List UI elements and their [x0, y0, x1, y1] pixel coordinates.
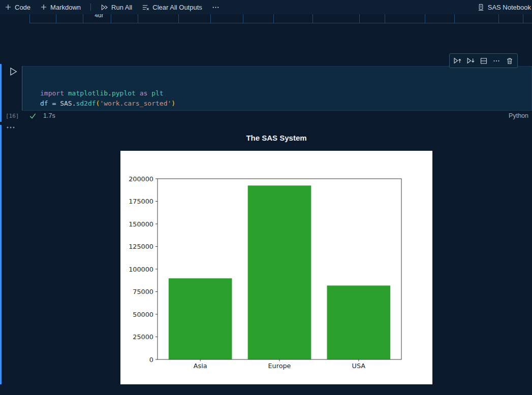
x-tick-label: USA — [352, 362, 366, 370]
notebook-toolbar: Code Markdown Run All Clear All Outputs — [0, 0, 532, 14]
y-tick-label: 125000 — [129, 243, 153, 250]
y-tick-label: 0 — [149, 356, 153, 364]
code-token: plt — [60, 109, 72, 111]
execute-below-button[interactable] — [466, 56, 475, 65]
table-column-border — [385, 13, 385, 23]
y-tick-label: 25000 — [133, 333, 153, 341]
code-token: ) — [187, 109, 192, 111]
success-check-icon — [29, 112, 37, 120]
code-token: df — [147, 109, 155, 111]
kernel-picker-button[interactable]: SAS Notebook — [477, 4, 531, 11]
execution-count: [16] — [6, 113, 19, 119]
table-column-border — [178, 13, 179, 23]
code-token: 'work.cars_sorted' — [100, 100, 171, 107]
clear-all-outputs-label: Clear All Outputs — [152, 4, 202, 11]
chart-bar — [327, 285, 391, 359]
code-line[interactable]: import matplotlib.pyplot as plt — [40, 88, 531, 98]
execution-duration: 1.7s — [43, 112, 55, 119]
table-column-border — [425, 13, 425, 23]
code-token — [136, 89, 140, 97]
table-column-border — [359, 13, 360, 23]
y-tick-label: 100000 — [129, 266, 153, 273]
code-token: df — [92, 109, 100, 111]
plus-icon — [5, 4, 12, 11]
add-code-button[interactable]: Code — [5, 4, 30, 11]
code-token: ] — [183, 109, 187, 111]
code-token: matplotlib — [68, 89, 108, 97]
run-all-label: Run All — [111, 4, 132, 11]
cell-toolbar — [449, 53, 518, 68]
code-token: . — [108, 89, 112, 97]
add-markdown-label: Markdown — [50, 4, 81, 11]
code-token: ax — [40, 109, 48, 111]
y-tick-label: 75000 — [133, 288, 153, 295]
y-tick-label: 50000 — [133, 311, 153, 318]
code-line[interactable]: df = SAS.sd2df('work.cars_sorted') — [40, 98, 531, 109]
code-token: ] — [136, 109, 140, 111]
table-output-fragment: 4dr — [29, 13, 532, 23]
run-cell-button[interactable] — [8, 67, 18, 77]
code-token: 'MSRP' — [160, 109, 183, 111]
table-column-border — [498, 13, 499, 23]
code-token: sd2df — [76, 100, 96, 107]
code-token: 'Origin' — [104, 109, 136, 111]
x-tick-label: Europe — [268, 362, 291, 370]
cell-focus-indicator — [0, 64, 2, 122]
code-token: bar — [76, 109, 87, 111]
code-editor[interactable]: import matplotlib.pyplot as pltdf = SAS.… — [22, 66, 532, 111]
output-title: The SAS System — [120, 134, 432, 142]
code-token — [147, 89, 151, 97]
y-tick-label: 175000 — [129, 198, 153, 205]
code-token: , — [140, 109, 148, 111]
code-token: SAS — [60, 100, 72, 107]
output-menu-button[interactable] — [6, 125, 16, 130]
code-token: import — [40, 89, 68, 97]
notebook-window: 4dr Code Markdown Run All Clear — [0, 0, 532, 395]
table-column-border — [454, 13, 455, 23]
chart-bar — [169, 278, 232, 359]
language-picker[interactable]: Python — [509, 112, 528, 119]
code-line[interactable]: ax = plt.bar(df['Origin'], df['MSRP']) — [40, 108, 531, 111]
table-column-border — [138, 13, 138, 23]
clear-all-outputs-button[interactable]: Clear All Outputs — [142, 4, 202, 11]
add-markdown-button[interactable]: Markdown — [40, 4, 81, 11]
bar-chart: 0250005000075000100000125000150000175000… — [120, 151, 432, 384]
split-cell-button[interactable] — [479, 56, 488, 65]
chart-bar — [248, 185, 311, 359]
code-token: pyplot — [112, 89, 136, 97]
kernel-icon — [477, 4, 485, 11]
more-actions-button[interactable] — [492, 56, 501, 65]
kernel-label: SAS Notebook — [488, 4, 531, 11]
table-column-border — [312, 13, 313, 23]
table-column-border — [210, 13, 211, 23]
plus-icon — [40, 4, 47, 11]
output-focus-indicator — [0, 125, 2, 384]
table-column-border — [523, 13, 523, 23]
code-token: df — [40, 100, 48, 107]
delete-cell-button[interactable] — [505, 56, 514, 65]
table-column-border — [56, 13, 56, 23]
run-all-icon — [101, 4, 108, 11]
clear-all-icon — [142, 4, 149, 11]
code-token: ) — [171, 100, 175, 107]
table-column-border — [243, 13, 243, 23]
y-tick-label: 200000 — [129, 175, 153, 183]
y-tick-label: 150000 — [129, 220, 153, 228]
chart-figure: 0250005000075000100000125000150000175000… — [120, 151, 432, 384]
toolbar-more-button[interactable] — [212, 4, 220, 11]
add-code-label: Code — [15, 4, 30, 11]
code-token: plt — [151, 89, 163, 97]
code-token: [ — [155, 109, 160, 111]
table-column-border — [83, 13, 83, 23]
toolbar-separator — [90, 4, 91, 11]
table-column-border — [273, 13, 274, 23]
table-column-border — [111, 13, 111, 23]
code-token: ( — [88, 109, 92, 111]
execute-above-button[interactable] — [453, 56, 462, 65]
code-token: = — [48, 100, 60, 107]
ellipsis-icon — [212, 4, 220, 11]
x-tick-label: Asia — [194, 362, 207, 370]
code-token: as — [140, 89, 148, 97]
run-all-button[interactable]: Run All — [101, 4, 132, 11]
code-token: = — [48, 109, 60, 111]
